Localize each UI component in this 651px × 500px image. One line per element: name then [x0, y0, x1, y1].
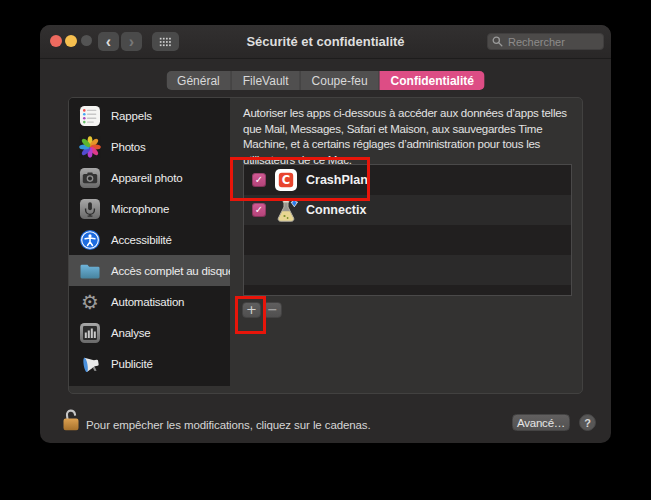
sidebar-item-camera[interactable]: Appareil photo: [69, 162, 230, 193]
app-name: Connectix: [306, 203, 366, 217]
advanced-button[interactable]: Avancé…: [512, 414, 570, 431]
zoom-button: [81, 35, 92, 46]
app-name: CrashPlan: [306, 173, 368, 187]
folder-icon: [79, 260, 101, 282]
gear-icon: ⚙: [79, 291, 101, 313]
search-input[interactable]: [506, 35, 599, 49]
app-row-crashplan[interactable]: ✓ C CrashPlan: [244, 165, 571, 195]
sidebar-item-label: Appareil photo: [111, 172, 182, 184]
privacy-pane: Rappels: [68, 97, 583, 394]
bar-chart-icon: [79, 322, 101, 344]
sidebar-item-accessibility[interactable]: Accessibilité: [69, 224, 230, 255]
search-icon: [492, 36, 503, 47]
privacy-description: Autoriser les apps ci-dessous à accéder …: [243, 106, 577, 168]
sidebar-item-analytics[interactable]: Analyse: [69, 317, 230, 348]
app-row-empty: [244, 285, 571, 295]
reminders-icon: [79, 105, 101, 127]
lock-hint-text: Pour empêcher les modifications, cliquez…: [86, 419, 371, 431]
minimize-button[interactable]: [65, 35, 77, 47]
app-row-empty: [244, 255, 571, 285]
photos-icon: [79, 136, 101, 158]
sidebar-item-label: Analyse: [111, 327, 151, 339]
forward-button[interactable]: ›: [121, 32, 142, 51]
crashplan-app-icon: C: [274, 168, 298, 192]
system-preferences-window: ‹ › Sécurité et confidentialité Général: [40, 25, 611, 443]
close-button[interactable]: [50, 35, 62, 47]
sidebar-item-label: Microphone: [111, 203, 169, 215]
tab-firewall[interactable]: Coupe-feu: [301, 71, 380, 90]
sidebar-item-label: Rappels: [111, 110, 152, 122]
svg-text:C: C: [282, 173, 290, 187]
titlebar: ‹ › Sécurité et confidentialité: [40, 25, 611, 59]
sidebar-item-advertising[interactable]: Publicité: [69, 348, 230, 379]
connectix-app-icon: [274, 198, 298, 222]
sidebar-item-reminders[interactable]: Rappels: [69, 100, 230, 131]
sidebar-item-photos[interactable]: Photos: [69, 131, 230, 162]
tab-general[interactable]: Général: [166, 71, 232, 90]
check-icon: ✓: [255, 203, 263, 217]
sidebar-item-label: Accès complet au disque: [111, 265, 230, 277]
sidebar-item-label: Automatisation: [111, 296, 184, 308]
window-title: Sécurité et confidentialité: [170, 34, 481, 49]
privacy-category-list: Rappels: [69, 98, 230, 386]
crashplan-checkbox[interactable]: ✓: [252, 173, 266, 187]
microphone-icon: [79, 198, 101, 220]
camera-icon: [79, 167, 101, 189]
app-row-empty: [244, 225, 571, 255]
connectix-checkbox[interactable]: ✓: [252, 203, 266, 217]
back-button[interactable]: ‹: [98, 32, 119, 51]
remove-app-button[interactable]: −: [263, 302, 282, 318]
sidebar-item-label: Accessibilité: [111, 234, 172, 246]
sidebar-item-label: Publicité: [111, 358, 153, 370]
nav-buttons: ‹ ›: [98, 32, 142, 51]
megaphone-icon: [79, 353, 101, 375]
list-edit-buttons: + −: [242, 302, 282, 318]
tab-privacy[interactable]: Confidentialité: [380, 71, 485, 90]
tab-filevault[interactable]: FileVault: [232, 71, 301, 90]
sidebar-item-full-disk-access[interactable]: Accès complet au disque: [69, 255, 230, 286]
allowed-apps-list: ✓ C CrashPlan ✓: [243, 164, 572, 296]
privacy-tabs: Général FileVault Coupe-feu Confidential…: [166, 71, 485, 90]
check-icon: ✓: [255, 173, 263, 187]
help-button[interactable]: ?: [579, 414, 596, 431]
sidebar-item-label: Photos: [111, 141, 146, 153]
accessibility-icon: [79, 229, 101, 251]
search-field[interactable]: [487, 33, 604, 50]
app-row-connectix[interactable]: ✓ Connectix: [244, 195, 571, 225]
lock-open-icon[interactable]: [62, 407, 80, 436]
sidebar-item-microphone[interactable]: Microphone: [69, 193, 230, 224]
add-app-button[interactable]: +: [242, 302, 261, 318]
sidebar-item-automation[interactable]: ⚙ Automatisation: [69, 286, 230, 317]
